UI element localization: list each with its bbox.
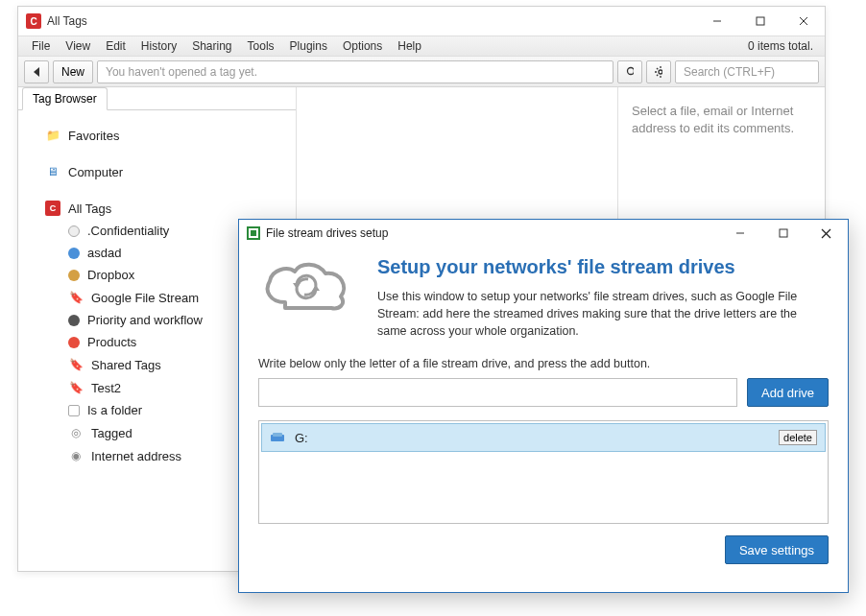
svg-point-7 — [659, 70, 662, 74]
favorites-label: Favorites — [68, 129, 119, 143]
favorites-icon: 📁 — [45, 128, 60, 143]
close-button[interactable] — [782, 7, 825, 36]
settings-button[interactable] — [646, 60, 671, 83]
minimize-button[interactable] — [695, 7, 738, 36]
dialog-app-icon — [247, 226, 260, 240]
computer-label: Computer — [68, 165, 123, 179]
tree-item-label: Tagged — [91, 426, 132, 440]
tree-item-label: Google File Stream — [91, 291, 199, 305]
menu-help[interactable]: Help — [390, 36, 429, 57]
dialog-heading: Setup your networks' file stream drives — [377, 256, 829, 278]
drive-row[interactable]: G:delete — [261, 423, 826, 452]
items-total-status: 0 items total. — [748, 39, 819, 53]
menu-history[interactable]: History — [133, 36, 184, 57]
svg-rect-17 — [780, 229, 787, 237]
dot-red-icon — [68, 337, 80, 348]
svg-line-12 — [657, 68, 658, 69]
maximize-button[interactable] — [738, 7, 782, 36]
menu-plugins[interactable]: Plugins — [282, 36, 335, 57]
dot-green-icon — [68, 270, 80, 281]
dot-dark-icon — [68, 315, 80, 326]
dialog-maximize-button[interactable] — [761, 219, 805, 248]
drive-list: G:delete — [258, 420, 829, 524]
tree-item-label: Dropbox — [87, 268, 134, 282]
window-title: All Tags — [47, 14, 87, 28]
svg-rect-1 — [757, 17, 764, 25]
sidebar-tabs: Tag Browser — [18, 87, 296, 110]
folder-out-icon — [68, 405, 80, 416]
menu-sharing[interactable]: Sharing — [184, 36, 239, 57]
add-drive-button[interactable]: Add drive — [747, 378, 829, 407]
app-icon: C — [26, 13, 41, 29]
globe-icon: ◉ — [68, 448, 84, 463]
save-settings-button[interactable]: Save settings — [725, 535, 829, 564]
svg-marker-4 — [34, 67, 39, 77]
menubar: File View Edit History Sharing Tools Plu… — [18, 36, 825, 57]
tagged-icon: ◎ — [68, 425, 84, 440]
dialog-minimize-button[interactable] — [718, 219, 761, 248]
toolbar: New You haven't opened a tag yet. Search… — [18, 57, 825, 87]
tag-blue-icon: 🔖 — [68, 380, 84, 395]
tree-favorites[interactable]: 📁 Favorites — [18, 124, 296, 147]
menu-view[interactable]: View — [58, 36, 98, 57]
tree-item-label: Products — [87, 335, 136, 349]
address-bar[interactable]: You haven't opened a tag yet. — [97, 60, 613, 83]
menu-file[interactable]: File — [24, 36, 58, 57]
main-titlebar: C All Tags — [18, 7, 825, 36]
new-button[interactable]: New — [53, 60, 93, 83]
back-button[interactable] — [24, 60, 49, 83]
tree-item-label: Priority and workflow — [87, 313, 203, 327]
cloud-sync-icon — [258, 256, 354, 323]
tree-computer[interactable]: 🖥 Computer — [18, 160, 296, 183]
tree-item-label: asdad — [87, 246, 121, 260]
tree-item-label: .Confidentiality — [87, 224, 169, 238]
tree-item-label: Is a folder — [87, 403, 142, 417]
dot-blue-icon — [68, 248, 80, 259]
tree-item-label: Test2 — [91, 381, 121, 395]
menu-edit[interactable]: Edit — [98, 36, 133, 57]
dialog-close-button[interactable] — [805, 219, 848, 248]
dialog-instruction: Write below only the letter of a file st… — [258, 357, 829, 370]
file-stream-dialog: File stream drives setup Setup your n — [238, 219, 849, 593]
tab-tag-browser[interactable]: Tag Browser — [22, 87, 108, 110]
alltags-label: All Tags — [68, 201, 111, 216]
tag-blue-icon: 🔖 — [68, 357, 84, 372]
alltags-icon: C — [45, 201, 60, 216]
drive-icon — [270, 431, 287, 444]
drive-name: G: — [295, 431, 779, 445]
menu-options[interactable]: Options — [335, 36, 390, 57]
delete-drive-button[interactable]: delete — [779, 430, 817, 445]
computer-icon: 🖥 — [45, 164, 60, 179]
right-panel-hint: Select a file, email or Internet address… — [632, 103, 811, 137]
search-input[interactable]: Search (CTRL+F) — [675, 60, 819, 83]
svg-line-15 — [657, 74, 658, 75]
svg-point-5 — [628, 67, 635, 74]
dialog-title: File stream drives setup — [266, 226, 388, 240]
dialog-description: Use this window to setup your networks' … — [377, 288, 829, 340]
dialog-titlebar: File stream drives setup — [239, 220, 848, 247]
menu-tools[interactable]: Tools — [240, 36, 282, 57]
tree-item-label: Internet address — [91, 449, 181, 463]
dot-grey-icon — [68, 225, 80, 237]
tree-all-tags[interactable]: C All Tags — [18, 197, 296, 220]
tag-blue-icon: 🔖 — [68, 290, 84, 305]
svg-marker-21 — [312, 285, 320, 291]
svg-rect-23 — [273, 433, 282, 437]
search-button[interactable] — [617, 60, 642, 83]
drive-letter-input[interactable] — [258, 378, 737, 407]
tree-item-label: Shared Tags — [91, 358, 161, 372]
